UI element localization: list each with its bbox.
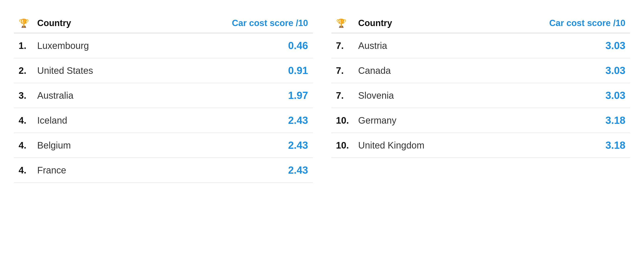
table-row: 4. France 2.43 [14,158,313,183]
left-table-container: 🏆 Country Car cost score /10 1. Luxembou… [14,12,313,183]
country-cell: Slovenia [354,83,483,108]
country-cell: Belgium [32,133,154,158]
table-row: 7. Austria 3.03 [332,33,630,58]
score-cell: 0.46 [154,33,312,58]
rank-cell: 7. [332,83,354,108]
left-table: 🏆 Country Car cost score /10 1. Luxembou… [14,12,313,183]
table-row: 4. Iceland 2.43 [14,108,313,133]
country-cell: Germany [354,108,483,133]
country-cell: United Kingdom [354,133,483,158]
tables-wrapper: 🏆 Country Car cost score /10 1. Luxembou… [5,7,639,187]
score-cell: 2.43 [154,133,312,158]
right-trophy-icon-header: 🏆 [332,12,354,33]
table-row: 7. Canada 3.03 [332,58,630,83]
score-cell: 3.18 [483,108,630,133]
table-row: 10. Germany 3.18 [332,108,630,133]
right-table: 🏆 Country Car cost score /10 7. Austria … [332,12,630,158]
table-row: 3. Australia 1.97 [14,83,313,108]
rank-cell: 7. [332,58,354,83]
score-cell: 0.91 [154,58,312,83]
rank-cell: 4. [14,108,32,133]
right-table-body: 7. Austria 3.03 7. Canada 3.03 7. Sloven… [332,33,630,158]
score-cell: 3.03 [483,58,630,83]
country-cell: Iceland [32,108,154,133]
country-cell: Austria [354,33,483,58]
rank-cell: 4. [14,158,32,183]
right-table-header-row: 🏆 Country Car cost score /10 [332,12,630,33]
table-row: 7. Slovenia 3.03 [332,83,630,108]
country-cell: France [32,158,154,183]
table-row: 1. Luxembourg 0.46 [14,33,313,58]
score-cell: 3.03 [483,83,630,108]
score-cell: 2.43 [154,108,312,133]
table-row: 4. Belgium 2.43 [14,133,313,158]
score-cell: 2.43 [154,158,312,183]
country-cell: Canada [354,58,483,83]
rank-cell: 10. [332,133,354,158]
rank-cell: 1. [14,33,32,58]
country-cell: United States [32,58,154,83]
left-country-header: Country [32,12,154,33]
rank-cell: 2. [14,58,32,83]
rank-cell: 3. [14,83,32,108]
trophy-icon-right: 🏆 [336,18,346,28]
country-cell: Australia [32,83,154,108]
score-cell: 1.97 [154,83,312,108]
left-score-header: Car cost score /10 [154,12,312,33]
score-cell: 3.18 [483,133,630,158]
left-table-body: 1. Luxembourg 0.46 2. United States 0.91… [14,33,313,183]
rank-cell: 7. [332,33,354,58]
right-score-header: Car cost score /10 [483,12,630,33]
rank-cell: 4. [14,133,32,158]
score-cell: 3.03 [483,33,630,58]
right-country-header: Country [354,12,483,33]
trophy-icon-left: 🏆 [18,18,29,28]
left-table-header-row: 🏆 Country Car cost score /10 [14,12,313,33]
left-trophy-icon-header: 🏆 [14,12,32,33]
country-cell: Luxembourg [32,33,154,58]
table-row: 10. United Kingdom 3.18 [332,133,630,158]
rank-cell: 10. [332,108,354,133]
right-table-container: 🏆 Country Car cost score /10 7. Austria … [332,12,630,183]
table-row: 2. United States 0.91 [14,58,313,83]
